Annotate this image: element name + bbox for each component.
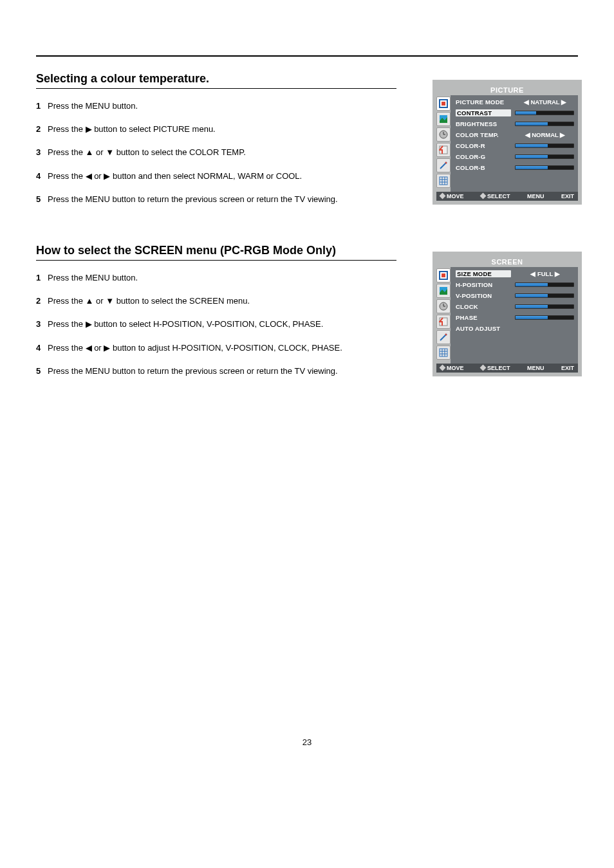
osd-row-v-position[interactable]: V-POSITION	[456, 290, 575, 301]
osd-row-contrast[interactable]: CONTRAST	[456, 107, 575, 118]
osd-side-tabs	[436, 95, 451, 192]
tab-time[interactable]	[436, 299, 451, 313]
row-slider[interactable]	[515, 165, 574, 170]
svg-rect-1	[442, 102, 445, 106]
tab-pip[interactable]	[436, 174, 451, 188]
step-list: Press the MENU button. Press the ▲ or ▼ …	[36, 272, 371, 377]
osd-row-color-temp[interactable]: COLOR TEMP. ◀ NORMAL ▶	[456, 129, 575, 140]
section-screen-menu: How to select the SCREEN menu (PC-RGB Mo…	[36, 244, 578, 377]
tab-screen[interactable]	[436, 284, 451, 298]
step-text: Press the MENU button to return the prev…	[48, 194, 371, 205]
step-text: Press the ▲ or ▼ button to select the SC…	[48, 295, 371, 307]
osd-title: PICTURE	[436, 86, 578, 94]
diamond-icon	[480, 364, 487, 371]
tab-picture[interactable]	[436, 268, 451, 282]
row-slider[interactable]	[515, 143, 574, 148]
osd-screen-screenshot: SCREEN SIZE MODE ◀ FULL ▶	[433, 252, 582, 376]
footer-move: MOVE	[440, 193, 464, 199]
row-slider[interactable]	[515, 282, 574, 287]
row-label: H-POSITION	[456, 281, 511, 288]
slider-fill	[516, 283, 548, 286]
step-item: Press the ▲ or ▼ button to select the SC…	[36, 295, 371, 307]
step-item: Press the MENU button to return the prev…	[36, 194, 371, 205]
tab-time[interactable]	[436, 127, 451, 142]
tab-setup[interactable]	[436, 315, 451, 329]
picture-icon	[439, 99, 448, 108]
row-value: ◀ NATURAL ▶	[515, 98, 575, 106]
grid-icon	[439, 176, 448, 185]
row-value: ◀ NORMAL ▶	[515, 131, 575, 138]
osd-panel: SIZE MODE ◀ FULL ▶ H-POSITION V-POSITION	[451, 267, 578, 364]
row-slider[interactable]	[515, 315, 574, 320]
osd-row-picture-mode[interactable]: PICTURE MODE ◀ NATURAL ▶	[456, 97, 575, 107]
step-list: Press the MENU button. Press the ▶ butto…	[36, 100, 371, 205]
picture-icon	[439, 271, 448, 280]
step-item: Press the MENU button to return the prev…	[36, 365, 371, 377]
slider-fill	[516, 305, 548, 308]
osd-footer: MOVE SELECT MENU EXIT	[436, 192, 578, 201]
slider-fill	[516, 316, 548, 319]
grid-icon	[439, 348, 448, 357]
svg-rect-5	[440, 177, 447, 185]
svg-rect-11	[440, 349, 447, 356]
osd-body: PICTURE MODE ◀ NATURAL ▶ CONTRAST BRIGHT…	[436, 95, 578, 192]
tab-screen[interactable]	[436, 112, 451, 126]
row-slider[interactable]	[515, 154, 574, 159]
slider-fill	[516, 166, 548, 169]
tab-function[interactable]	[436, 158, 451, 172]
image-icon	[439, 286, 448, 295]
row-label: AUTO ADJUST	[456, 325, 511, 332]
svg-rect-7	[442, 273, 445, 277]
osd-row-color-g[interactable]: COLOR-G	[456, 151, 575, 162]
section-colour-temperature: Selecting a colour temperature. Press th…	[36, 72, 578, 205]
step-text: Press the MENU button.	[48, 272, 371, 284]
clock-icon	[439, 302, 448, 311]
tab-pip[interactable]	[436, 346, 451, 360]
slider-fill	[516, 144, 548, 147]
step-text: Press the ◀ or ▶ button to adjust H-POSI…	[48, 342, 371, 354]
step-item: Press the ▲ or ▼ button to select the CO…	[36, 147, 371, 158]
footer-exit: EXIT	[561, 193, 574, 199]
image-icon	[439, 115, 448, 124]
osd-row-brightness[interactable]: BRIGHTNESS	[456, 118, 575, 129]
step-text: Press the MENU button.	[48, 100, 371, 112]
row-slider[interactable]	[515, 111, 574, 115]
row-slider[interactable]	[515, 293, 574, 298]
osd-row-color-r[interactable]: COLOR-R	[456, 140, 575, 151]
row-slider[interactable]	[515, 304, 574, 309]
osd-row-clock[interactable]: CLOCK	[456, 301, 575, 312]
tools-icon	[439, 161, 448, 170]
tab-function[interactable]	[436, 330, 451, 344]
page-top-rule	[36, 55, 578, 57]
footer-menu: MENU	[527, 365, 544, 371]
slider-fill	[516, 122, 548, 125]
row-label: CLOCK	[456, 303, 511, 310]
osd-row-size-mode[interactable]: SIZE MODE ◀ FULL ▶	[456, 268, 575, 279]
row-label: BRIGHTNESS	[456, 120, 511, 127]
footer-select: SELECT	[481, 365, 510, 371]
step-item: Press the ▶ button to select H-POSITION,…	[36, 319, 371, 330]
osd-title: SCREEN	[436, 258, 578, 266]
diamond-icon	[480, 193, 487, 199]
osd-row-color-b[interactable]: COLOR-B	[456, 162, 575, 173]
footer-exit: EXIT	[561, 365, 574, 371]
row-label: COLOR-B	[456, 164, 511, 171]
tools-icon	[439, 333, 448, 342]
list-icon	[439, 145, 448, 154]
tab-picture[interactable]	[436, 97, 451, 111]
step-text: Press the ▲ or ▼ button to select the CO…	[48, 147, 371, 158]
osd-picture-screenshot: PICTURE PICTURE MODE ◀ NATURAL ▶	[433, 80, 582, 205]
row-value: ◀ FULL ▶	[515, 270, 575, 277]
osd-side-tabs	[436, 267, 451, 364]
osd-row-h-position[interactable]: H-POSITION	[456, 279, 575, 290]
tab-setup[interactable]	[436, 143, 451, 157]
row-label: PHASE	[456, 314, 511, 321]
osd-row-phase[interactable]: PHASE	[456, 312, 575, 323]
step-text: Press the ▶ button to select H-POSITION,…	[48, 319, 371, 330]
osd-row-auto-adjust[interactable]: AUTO ADJUST	[456, 323, 575, 334]
row-slider[interactable]	[515, 122, 574, 126]
step-item: Press the MENU button.	[36, 272, 371, 284]
row-label: COLOR-R	[456, 142, 511, 149]
row-label: COLOR-G	[456, 153, 511, 160]
row-label: V-POSITION	[456, 292, 511, 299]
